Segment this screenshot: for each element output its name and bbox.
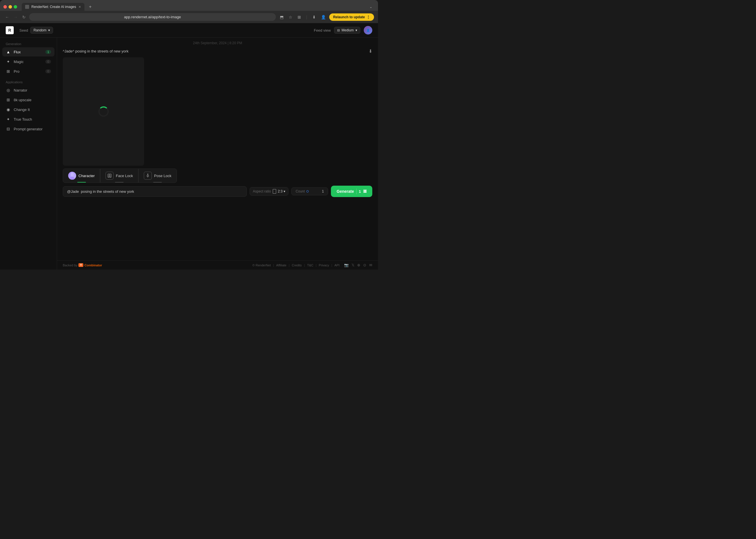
bottom-row: Aspect ratio 2:3 ▾ Count	[63, 186, 372, 197]
svg-point-4	[147, 174, 148, 175]
sidebar-item-8k-upscale[interactable]: ⊞ 8k upscale	[2, 95, 54, 104]
generated-image-area	[63, 57, 144, 166]
bookmark-icon[interactable]: ☆	[287, 14, 294, 21]
feature-pills: Character Face Lock	[63, 169, 372, 183]
face-lock-underline	[115, 182, 124, 183]
medium-dropdown[interactable]: ⊟ Medium ▾	[334, 27, 360, 34]
character-pill[interactable]: Character	[63, 169, 100, 183]
generate-label: Generate	[337, 189, 354, 193]
downloads-icon[interactable]: ⬇	[311, 14, 317, 21]
generate-button[interactable]: Generate 1 🖼	[331, 186, 372, 197]
generation-section-label: Generation	[2, 41, 54, 47]
pose-lock-label: Pose Lock	[154, 174, 171, 178]
forward-button[interactable]: →	[13, 14, 19, 21]
active-tab[interactable]: RenderNet: Create AI images ✕	[22, 3, 84, 11]
medium-chevron-icon: ▾	[356, 28, 357, 32]
extensions-icon[interactable]: ⊞	[296, 14, 303, 21]
pro-label: Pro	[14, 69, 19, 74]
aspect-ratio-value[interactable]: 2:3 ▾	[278, 190, 286, 193]
character-avatar	[68, 172, 76, 180]
date-divider: 24th September, 2024 | 8:20 PM	[57, 38, 378, 48]
sidebar-item-flux[interactable]: ▲ Flux 1	[2, 47, 54, 56]
face-lock-pill[interactable]: Face Lock	[100, 169, 138, 183]
prompt-display-text: ^Jade^ posing in the streets of new york	[63, 49, 128, 53]
user-avatar[interactable]: 👤	[364, 26, 372, 35]
twitter-icon[interactable]: 𝕏	[352, 263, 354, 267]
generation-content: ^Jade^ posing in the streets of new york…	[57, 48, 378, 261]
sidebar-item-true-touch[interactable]: ✦ True Touch	[2, 115, 54, 124]
main-content: Generation ▲ Flux 1 ✦ Magic 0 ⊞ Pro 0 Ap…	[0, 38, 378, 270]
pro-badge: 0	[45, 69, 51, 73]
discord-icon[interactable]: ⊕	[357, 263, 360, 267]
address-input[interactable]	[29, 13, 276, 21]
flux-badge: 1	[45, 50, 51, 54]
footer-social: 📷 𝕏 ⊕ ⊙ ✉	[344, 263, 372, 267]
footer-api[interactable]: API	[334, 264, 340, 267]
footer-right: © RenderNet | Affiliate | Credits | T&C …	[252, 263, 372, 267]
footer-copyright: © RenderNet	[252, 264, 271, 267]
footer-tandc[interactable]: T&C	[307, 264, 313, 267]
email-icon[interactable]: ✉	[369, 263, 372, 267]
true-touch-icon: ✦	[6, 117, 11, 121]
medium-icon: ⊟	[337, 29, 340, 32]
footer-privacy[interactable]: Privacy	[319, 264, 329, 267]
tab-bar: RenderNet: Create AI images ✕ + ⌄	[0, 0, 378, 11]
prompt-gen-icon: ⊟	[6, 127, 11, 131]
count-label: Count	[295, 190, 305, 193]
traffic-lights	[3, 5, 17, 9]
browser-chrome: RenderNet: Create AI images ✕ + ⌄ ← → ↻ …	[0, 0, 378, 23]
aspect-ratio-control[interactable]: Aspect ratio 2:3 ▾	[250, 187, 289, 195]
flux-icon: ▲	[6, 50, 11, 54]
minimize-window-button[interactable]	[9, 5, 12, 9]
count-value: 1	[322, 190, 324, 193]
svg-point-1	[70, 177, 75, 180]
download-button[interactable]: ⬇	[369, 48, 372, 54]
screen-share-icon[interactable]: ⬒	[278, 14, 285, 21]
backed-by-text: Backed by	[63, 264, 77, 267]
prompt-input[interactable]	[63, 186, 247, 197]
browser-actions: ⬒ ☆ ⊞ | ⬇ 👤 Relaunch to update ⋮	[278, 13, 374, 21]
upscale-label: 8k upscale	[14, 98, 32, 102]
profile-icon[interactable]: 👤	[319, 14, 327, 21]
medium-value: Medium	[342, 28, 354, 32]
flux-label: Flux	[14, 50, 21, 54]
tab-close-button[interactable]: ✕	[78, 5, 81, 9]
sidebar-item-narrator[interactable]: ◎ Narrator	[2, 86, 54, 95]
narrator-icon: ◎	[6, 88, 11, 92]
new-tab-button[interactable]: +	[87, 3, 94, 11]
svg-point-0	[70, 173, 74, 177]
seed-value: Random	[34, 28, 46, 32]
footer-affiliate[interactable]: Affiliate	[276, 264, 287, 267]
prompt-header: ^Jade^ posing in the streets of new york…	[63, 48, 372, 54]
prompt-gen-label: Prompt generator	[14, 127, 42, 131]
header-right: Feed view ⊟ Medium ▾ 👤	[314, 26, 372, 35]
sidebar-item-pro[interactable]: ⊞ Pro 0	[2, 67, 54, 76]
sidebar-item-prompt-generator[interactable]: ⊟ Prompt generator	[2, 124, 54, 133]
seed-dropdown[interactable]: Random ▾	[30, 27, 53, 34]
count-dot-icon	[306, 190, 309, 193]
instagram-icon[interactable]: 📷	[344, 263, 349, 267]
pro-icon: ⊞	[6, 69, 11, 74]
maximize-window-button[interactable]	[14, 5, 17, 9]
pose-lock-pill[interactable]: Pose Lock	[138, 169, 177, 183]
sidebar-item-magic[interactable]: ✦ Magic 0	[2, 57, 54, 66]
feed-view-label: Feed view	[314, 28, 331, 33]
back-button[interactable]: ←	[4, 14, 10, 21]
pose-lock-underline	[153, 182, 162, 183]
tab-expand-button[interactable]: ⌄	[367, 4, 375, 10]
reddit-icon[interactable]: ⊙	[363, 263, 366, 267]
generate-count: 1	[359, 190, 361, 193]
applications-section-label: Applications	[2, 79, 54, 86]
relaunch-button[interactable]: Relaunch to update ⋮	[329, 13, 374, 21]
app-header: R Seed Random ▾ Feed view ⊟ Medium ▾ 👤	[0, 23, 378, 38]
change-it-label: Change It	[14, 108, 30, 112]
refresh-button[interactable]: ↻	[21, 14, 27, 21]
sidebar-item-change-it[interactable]: ◉ Change It	[2, 105, 54, 114]
controls-bottom: Character Face Lock	[63, 166, 372, 197]
face-lock-label: Face Lock	[116, 174, 133, 178]
close-window-button[interactable]	[3, 5, 7, 9]
footer-credits[interactable]: Credits	[292, 264, 302, 267]
generate-image-icon: 🖼	[363, 190, 367, 193]
aspect-ratio-rect-icon	[273, 189, 276, 193]
face-lock-icon	[106, 172, 114, 180]
